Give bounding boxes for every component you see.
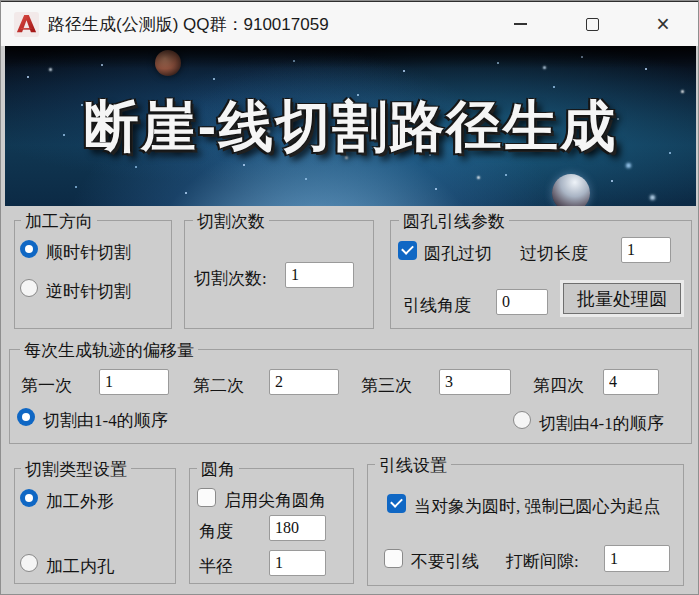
- radio-order-4-1[interactable]: [513, 411, 531, 429]
- checkbox-no-lead[interactable]: [384, 549, 403, 568]
- pass2-input[interactable]: [269, 369, 339, 395]
- group-lead-settings-title: 引线设置: [375, 454, 451, 477]
- radio-inner-hole-label: 加工内孔: [46, 555, 114, 578]
- lead-angle-input[interactable]: [496, 289, 548, 315]
- minimize-icon: [514, 23, 527, 25]
- banner-title: 断崖-线切割路径生成: [5, 90, 696, 164]
- radio-clockwise[interactable]: [20, 240, 38, 258]
- group-cut-type-title: 切割类型设置: [21, 458, 131, 481]
- checkbox-no-lead-label: 不要引线: [411, 550, 479, 573]
- fillet-angle-input[interactable]: [269, 515, 326, 541]
- group-direction: 加工方向: [14, 220, 172, 329]
- cut-count-label: 切割次数:: [194, 267, 267, 290]
- checkbox-enable-fillet[interactable]: [197, 488, 216, 507]
- radio-order-4-1-label: 切割由4-1的顺序: [539, 412, 664, 435]
- lead-angle-label: 引线角度: [403, 294, 471, 317]
- radio-counterclockwise-label: 逆时针切割: [46, 280, 131, 303]
- minimize-button[interactable]: [497, 2, 543, 46]
- checkbox-hole-overcut-label: 圆孔过切: [424, 242, 492, 265]
- maximize-icon: [586, 18, 599, 31]
- batch-process-circle-button[interactable]: 批量处理圆: [563, 283, 681, 314]
- group-hole-lead-title: 圆孔引线参数: [399, 210, 509, 233]
- radio-outer-shape-label: 加工外形: [46, 490, 114, 513]
- checkbox-circle-center-start-label: 当对象为圆时, 强制已圆心为起点: [414, 495, 661, 518]
- radio-inner-hole[interactable]: [20, 554, 38, 572]
- group-fillet-title: 圆角: [197, 458, 239, 481]
- pass1-input[interactable]: [99, 369, 169, 395]
- pass3-input[interactable]: [439, 369, 511, 395]
- app-icon: [14, 12, 39, 37]
- pass4-label: 第四次: [533, 374, 584, 397]
- radio-counterclockwise[interactable]: [20, 279, 38, 297]
- pass1-label: 第一次: [21, 374, 72, 397]
- maximize-button[interactable]: [569, 2, 615, 46]
- pass2-label: 第二次: [193, 374, 244, 397]
- checkbox-circle-center-start[interactable]: [387, 494, 406, 513]
- overcut-length-input[interactable]: [621, 237, 671, 263]
- group-offsets-title: 每次生成轨迹的偏移量: [20, 339, 198, 362]
- radio-outer-shape[interactable]: [20, 489, 38, 507]
- break-gap-input[interactable]: [604, 545, 670, 572]
- break-gap-label: 打断间隙:: [506, 550, 579, 573]
- group-cut-count-title: 切割次数: [193, 210, 269, 233]
- fillet-radius-input[interactable]: [269, 550, 326, 576]
- banner-image: 断崖-线切割路径生成: [5, 46, 696, 206]
- fillet-radius-label: 半径: [199, 555, 233, 578]
- close-icon: ×: [656, 13, 669, 36]
- radio-clockwise-label: 顺时针切割: [46, 241, 131, 264]
- close-button[interactable]: ×: [640, 2, 686, 46]
- overcut-length-label: 过切长度: [520, 242, 588, 265]
- cut-count-input[interactable]: [285, 262, 354, 288]
- pass4-input[interactable]: [603, 369, 659, 395]
- window-title: 路径生成(公测版) QQ群：910017059: [48, 13, 329, 36]
- checkbox-enable-fillet-label: 启用尖角圆角: [224, 489, 326, 512]
- checkbox-hole-overcut[interactable]: [398, 241, 417, 260]
- pass3-label: 第三次: [361, 374, 412, 397]
- titlebar: 路径生成(公测版) QQ群：910017059 ×: [1, 1, 698, 46]
- fillet-angle-label: 角度: [199, 520, 233, 543]
- app-window: 路径生成(公测版) QQ群：910017059 × 断崖-线切割路径生成 加工方…: [0, 0, 699, 595]
- radio-order-1-4[interactable]: [17, 408, 35, 426]
- group-direction-title: 加工方向: [21, 210, 97, 233]
- radio-order-1-4-label: 切割由1-4的顺序: [43, 409, 168, 432]
- main-panel: 加工方向 顺时针切割 逆时针切割 切割次数 切割次数: 圆孔引线参数 圆孔过切 …: [1, 206, 699, 595]
